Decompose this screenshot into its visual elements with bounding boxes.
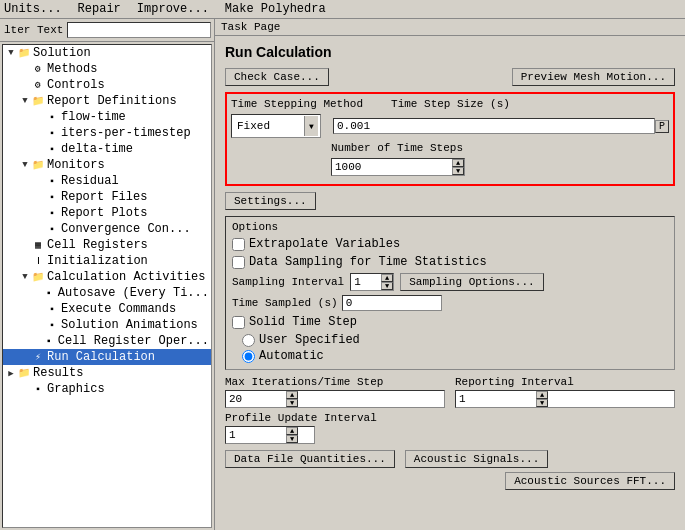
tree-item-report-plots[interactable]: ▪Report Plots	[3, 205, 211, 221]
profile-down[interactable]: ▼	[286, 435, 298, 443]
reporting-interval-input[interactable]	[456, 392, 536, 406]
icon-residual: ▪	[45, 174, 59, 188]
tree-item-execute-commands[interactable]: ▪Execute Commands	[3, 301, 211, 317]
reporting-down[interactable]: ▼	[536, 399, 548, 407]
max-iter-up[interactable]: ▲	[286, 391, 298, 399]
expander-autosave	[30, 287, 42, 299]
reporting-up[interactable]: ▲	[536, 391, 548, 399]
fields-row: Fixed ▼ P	[231, 114, 669, 138]
tree-item-report-definitions[interactable]: ▼📁Report Definitions	[3, 93, 211, 109]
sampling-spin-buttons: ▲ ▼	[381, 274, 393, 290]
label-cell-register-oper: Cell Register Oper...	[58, 334, 209, 348]
expander-monitors[interactable]: ▼	[19, 159, 31, 171]
data-file-button[interactable]: Data File Quantities...	[225, 450, 395, 468]
tree-item-calculation-activities[interactable]: ▼📁Calculation Activities	[3, 269, 211, 285]
tree-item-controls[interactable]: ⚙Controls	[3, 77, 211, 93]
menu-polyhedra[interactable]: Make Polyhedra	[225, 2, 326, 16]
user-specified-radio[interactable]	[242, 334, 255, 347]
icon-methods: ⚙	[31, 62, 45, 76]
expander-report-definitions[interactable]: ▼	[19, 95, 31, 107]
icon-cell-registers: ▦	[31, 238, 45, 252]
menu-repair[interactable]: Repair	[78, 2, 121, 16]
icon-solution: 📁	[17, 46, 31, 60]
sampling-options-button[interactable]: Sampling Options...	[400, 273, 543, 291]
tree-item-report-files[interactable]: ▪Report Files	[3, 189, 211, 205]
bottom-section: Max Iterations/Time Step ▲ ▼ Reporting I…	[225, 376, 675, 490]
icon-solution-animations: ▪	[45, 318, 59, 332]
tree-item-initialization[interactable]: ⅠInitialization	[3, 253, 211, 269]
tree-item-methods[interactable]: ⚙Methods	[3, 61, 211, 77]
icon-report-definitions: 📁	[31, 94, 45, 108]
tree-item-solution-animations[interactable]: ▪Solution Animations	[3, 317, 211, 333]
tree-item-run-calculation[interactable]: ⚡Run Calculation	[3, 349, 211, 365]
tree-item-cell-register-oper[interactable]: ▪Cell Register Oper...	[3, 333, 211, 349]
expander-results[interactable]: ▶	[5, 367, 17, 379]
tree-item-delta-time[interactable]: ▪delta-time	[3, 141, 211, 157]
num-timesteps-input[interactable]	[332, 160, 452, 174]
data-sampling-checkbox[interactable]	[232, 256, 245, 269]
tree-item-convergence-con[interactable]: ▪Convergence Con...	[3, 221, 211, 237]
time-stepping-select[interactable]: Fixed ▼	[231, 114, 321, 138]
time-step-size-input[interactable]	[333, 118, 655, 134]
label-iters-per-timestep: iters-per-timestep	[61, 126, 191, 140]
icon-delta-time: ▪	[45, 142, 59, 156]
acoustic-signals-button[interactable]: Acoustic Signals...	[405, 450, 548, 468]
max-iter-input[interactable]	[226, 392, 286, 406]
max-iter-down[interactable]: ▼	[286, 399, 298, 407]
label-execute-commands: Execute Commands	[61, 302, 176, 316]
solid-time-step-checkbox[interactable]	[232, 316, 245, 329]
icon-report-files: ▪	[45, 190, 59, 204]
tree-item-graphics[interactable]: ▪Graphics	[3, 381, 211, 397]
filter-input[interactable]	[67, 22, 211, 38]
sampling-down[interactable]: ▼	[381, 282, 393, 290]
label-controls: Controls	[47, 78, 105, 92]
tree-item-solution[interactable]: ▼📁Solution	[3, 45, 211, 61]
sampling-up[interactable]: ▲	[381, 274, 393, 282]
tree-item-flow-time[interactable]: ▪flow-time	[3, 109, 211, 125]
tree-item-monitors[interactable]: ▼📁Monitors	[3, 157, 211, 173]
max-iter-spinfield: ▲ ▼	[225, 390, 445, 408]
expander-calculation-activities[interactable]: ▼	[19, 271, 31, 283]
max-iter-spinbuttons: ▲ ▼	[286, 391, 298, 407]
acoustic-sources-button[interactable]: Acoustic Sources FFT...	[505, 472, 675, 490]
tree-item-cell-registers[interactable]: ▦Cell Registers	[3, 237, 211, 253]
label-report-files: Report Files	[61, 190, 147, 204]
automatic-radio[interactable]	[242, 350, 255, 363]
filter-label: lter Text	[4, 24, 63, 36]
icon-results: 📁	[17, 366, 31, 380]
menu-improve[interactable]: Improve...	[137, 2, 209, 16]
tree-item-autosave[interactable]: ▪Autosave (Every Ti...	[3, 285, 211, 301]
profile-update-input[interactable]	[226, 428, 286, 442]
time-sampled-input[interactable]	[342, 295, 442, 311]
settings-button[interactable]: Settings...	[225, 192, 316, 210]
extrapolate-checkbox[interactable]	[232, 238, 245, 251]
time-stepping-label: Time Stepping Method	[231, 98, 363, 110]
time-step-size-label: Time Step Size (s)	[391, 98, 510, 110]
expander-run-calculation	[19, 351, 31, 363]
time-settings-box: Time Stepping Method Time Step Size (s) …	[225, 92, 675, 186]
label-calculation-activities: Calculation Activities	[47, 270, 205, 284]
sampling-interval-input[interactable]	[351, 275, 381, 289]
reporting-interval-spinbuttons: ▲ ▼	[536, 391, 548, 407]
tree-item-results[interactable]: ▶📁Results	[3, 365, 211, 381]
num-timesteps-up[interactable]: ▲	[452, 159, 464, 167]
time-step-size-group: P	[333, 118, 669, 134]
tree-item-residual[interactable]: ▪Residual	[3, 173, 211, 189]
menu-units[interactable]: Units...	[4, 2, 62, 16]
tree-item-iters-per-timestep[interactable]: ▪iters-per-timestep	[3, 125, 211, 141]
check-case-button[interactable]: Check Case...	[225, 68, 329, 86]
sidebar: lter Text ▼📁Solution⚙Methods⚙Controls▼📁R…	[0, 19, 215, 530]
num-timesteps-down[interactable]: ▼	[452, 167, 464, 175]
time-stepping-arrow[interactable]: ▼	[304, 116, 318, 136]
label-convergence-con: Convergence Con...	[61, 222, 191, 236]
preview-mesh-button[interactable]: Preview Mesh Motion...	[512, 68, 675, 86]
expander-controls	[19, 79, 31, 91]
p-badge[interactable]: P	[655, 120, 669, 133]
icon-monitors: 📁	[31, 158, 45, 172]
expander-solution[interactable]: ▼	[5, 47, 17, 59]
sampling-interval-spinfield: ▲ ▼	[350, 273, 394, 291]
icon-convergence-con: ▪	[45, 222, 59, 236]
extrapolate-row: Extrapolate Variables	[232, 237, 668, 251]
profile-up[interactable]: ▲	[286, 427, 298, 435]
label-residual: Residual	[61, 174, 119, 188]
